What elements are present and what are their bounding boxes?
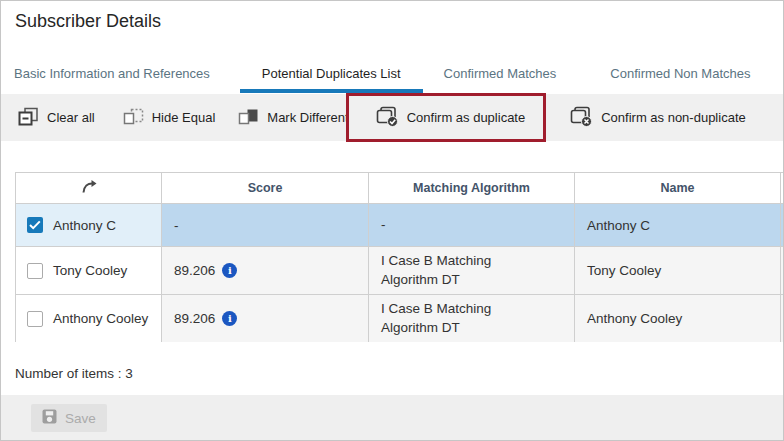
save-icon bbox=[42, 409, 57, 427]
confirm-as-non-duplicate-label: Confirm as non-duplicate bbox=[601, 110, 746, 125]
confirm-as-duplicate-icon bbox=[376, 106, 399, 130]
column-header-overflow bbox=[781, 173, 784, 204]
column-header-matching-algorithm: Matching Algorithm bbox=[369, 173, 575, 204]
toolbar: Clear all Hide Equal Mark Different bbox=[1, 94, 783, 141]
save-label: Save bbox=[65, 411, 96, 426]
save-button[interactable]: Save bbox=[31, 404, 107, 432]
tab-bar: Basic Information and References Potenti… bbox=[1, 59, 783, 93]
hide-equal-label: Hide Equal bbox=[152, 110, 216, 125]
row-label: Anthony Cooley bbox=[53, 311, 148, 326]
clear-all-label: Clear all bbox=[47, 110, 95, 125]
curved-arrow-icon bbox=[80, 183, 97, 197]
tab-potential-duplicates[interactable]: Potential Duplicates List bbox=[240, 59, 423, 93]
save-bar: Save bbox=[1, 395, 783, 440]
algorithm-cell: - bbox=[369, 204, 575, 247]
hide-equal-icon bbox=[123, 107, 144, 129]
tab-confirmed-non-matches[interactable]: Confirmed Non Matches bbox=[588, 59, 772, 93]
info-icon[interactable]: i bbox=[222, 311, 237, 326]
row-label: Anthony C bbox=[53, 218, 116, 233]
tab-basic-information[interactable]: Basic Information and References bbox=[14, 59, 210, 93]
page-title: Subscriber Details bbox=[15, 11, 161, 32]
overflow-cell bbox=[781, 204, 784, 247]
table-header-row: Score Matching Algorithm Name bbox=[16, 173, 784, 204]
score-cell: 89.206 i bbox=[162, 247, 369, 295]
table-row[interactable]: Anthony Cooley 89.206 i I Case B Matchin… bbox=[16, 295, 784, 343]
name-cell: Tony Cooley bbox=[575, 247, 781, 295]
overflow-cell bbox=[781, 247, 784, 295]
overflow-cell bbox=[781, 295, 784, 343]
score-cell: - bbox=[162, 204, 369, 247]
table-row[interactable]: Tony Cooley 89.206 i I Case B Matching A… bbox=[16, 247, 784, 295]
column-header-score: Score bbox=[162, 173, 369, 204]
select-column-header[interactable] bbox=[16, 173, 162, 204]
mark-different-icon bbox=[238, 107, 259, 129]
confirm-as-duplicate-label: Confirm as duplicate bbox=[407, 110, 526, 125]
clear-all-icon bbox=[18, 107, 39, 129]
duplicates-table: Score Matching Algorithm Name Anthony C … bbox=[15, 172, 784, 342]
algorithm-cell: I Case B Matching Algorithm DT bbox=[369, 295, 575, 343]
algorithm-cell: I Case B Matching Algorithm DT bbox=[369, 247, 575, 295]
info-icon[interactable]: i bbox=[222, 263, 237, 278]
score-cell: 89.206 i bbox=[162, 295, 369, 343]
row-label: Tony Cooley bbox=[53, 263, 127, 278]
column-header-name: Name bbox=[575, 173, 781, 204]
hide-equal-button[interactable]: Hide Equal bbox=[123, 107, 216, 129]
confirm-as-non-duplicate-button[interactable]: Confirm as non-duplicate bbox=[570, 106, 746, 130]
name-cell: Anthony Cooley bbox=[575, 295, 781, 343]
row-checkbox[interactable] bbox=[27, 311, 43, 327]
row-checkbox[interactable] bbox=[27, 263, 43, 279]
subscriber-details-window: Subscriber Details Basic Information and… bbox=[0, 0, 784, 441]
items-count-label: Number of items : 3 bbox=[15, 366, 133, 381]
mark-different-label: Mark Different bbox=[267, 110, 348, 125]
table-row[interactable]: Anthony C - - Anthony C bbox=[16, 204, 784, 247]
mark-different-button[interactable]: Mark Different bbox=[238, 107, 348, 129]
confirm-as-duplicate-button[interactable]: Confirm as duplicate bbox=[376, 106, 526, 130]
tab-confirmed-matches[interactable]: Confirmed Matches bbox=[423, 59, 578, 93]
row-checkbox[interactable] bbox=[27, 217, 43, 233]
confirm-as-non-duplicate-icon bbox=[570, 106, 593, 130]
name-cell: Anthony C bbox=[575, 204, 781, 247]
clear-all-button[interactable]: Clear all bbox=[18, 107, 95, 129]
